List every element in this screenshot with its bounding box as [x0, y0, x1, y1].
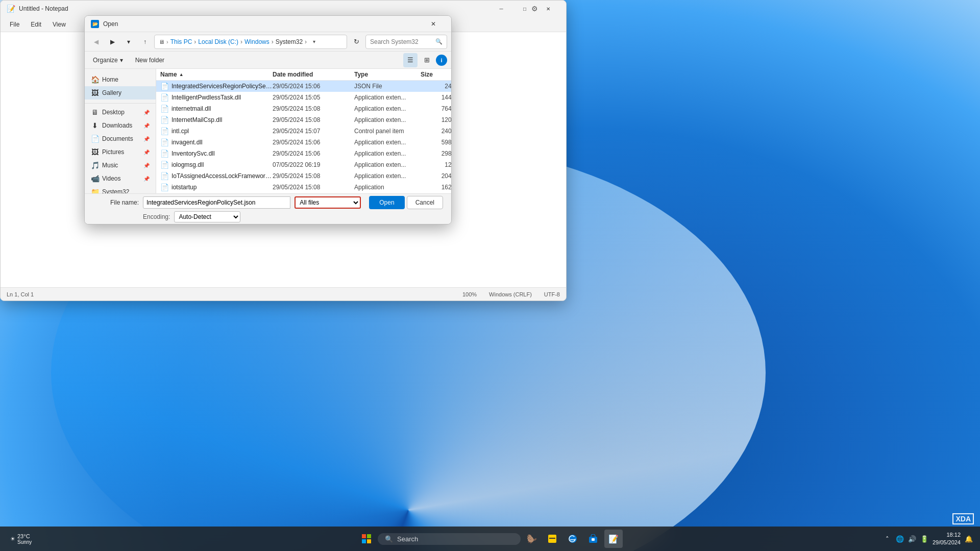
breadcrumb-local-disk[interactable]: Local Disk (C:): [198, 38, 238, 45]
breadcrumb-windows[interactable]: Windows: [244, 38, 270, 45]
dialog-close-button[interactable]: ✕: [422, 16, 445, 32]
info-button[interactable]: i: [436, 55, 447, 66]
dropdown-arrow-button[interactable]: ▾: [121, 35, 136, 49]
encoding: UTF-8: [544, 291, 560, 297]
column-size[interactable]: Size: [421, 71, 451, 78]
sidebar-item-home[interactable]: 🏠 Home: [85, 73, 156, 86]
column-date[interactable]: Date modified: [273, 71, 354, 78]
taskbar-search-label: Search: [397, 535, 418, 543]
file-date-4: 29/05/2024 15:07: [273, 128, 354, 135]
file-row-8[interactable]: 📄 IoTAssignedAccessLockFramework.dll 29/…: [156, 170, 451, 182]
file-name-9: iotstartup: [172, 184, 273, 191]
sidebar-desktop-label: Desktop: [102, 109, 125, 116]
taskbar-edge-icon[interactable]: [564, 530, 582, 548]
sidebar-item-music[interactable]: 🎵 Music 📌: [85, 159, 156, 172]
start-button[interactable]: [357, 530, 376, 548]
menu-view[interactable]: View: [47, 19, 71, 30]
tray-chevron-icon[interactable]: ˄: [883, 534, 893, 544]
sidebar-item-desktop[interactable]: 🖥 Desktop 📌: [85, 106, 156, 119]
menu-file[interactable]: File: [5, 19, 24, 30]
breadcrumb-this-pc[interactable]: This PC: [170, 38, 192, 45]
sidebar-item-gallery[interactable]: 🖼 Gallery: [85, 86, 156, 99]
column-type[interactable]: Type: [354, 71, 421, 78]
view-options: ☰ ⊞ i: [403, 53, 447, 67]
zoom-level: 100%: [462, 291, 477, 297]
list-view-button[interactable]: ☰: [403, 53, 418, 67]
encoding-select[interactable]: Auto-Detect UTF-8 UTF-16 ANSI: [174, 211, 240, 222]
breadcrumb-sep1: ›: [194, 38, 196, 45]
taskbar-search-bar[interactable]: 🔍 Search: [378, 533, 521, 545]
sidebar-item-downloads[interactable]: ⬇ Downloads 📌: [85, 119, 156, 132]
svg-rect-3: [367, 539, 371, 543]
cancel-button[interactable]: Cancel: [407, 196, 443, 209]
file-row-4[interactable]: 📄 intl.cpl 29/05/2024 15:07 Control pane…: [156, 126, 451, 137]
file-name-1: IntelligentPwdlessTask.dll: [172, 94, 273, 101]
taskbar-notepad-icon[interactable]: 📝: [604, 530, 623, 548]
pin-icon-4: 📌: [143, 149, 150, 155]
file-row-6[interactable]: 📄 InventorySvc.dll 29/05/2024 15:06 Appl…: [156, 148, 451, 159]
sidebar-item-system32[interactable]: 📁 System32: [85, 185, 156, 193]
sidebar-item-videos[interactable]: 📹 Videos 📌: [85, 172, 156, 185]
column-name[interactable]: Name ▲: [160, 71, 273, 78]
tray-network-icon[interactable]: 🌐: [895, 534, 905, 544]
search-box[interactable]: 🔍: [365, 35, 447, 49]
file-date-9: 29/05/2024 15:08: [273, 184, 354, 191]
file-type-1: Application exten...: [354, 94, 421, 101]
file-input-wrapper: [143, 196, 290, 209]
file-size-9: 162 KB: [421, 184, 451, 191]
file-name-6: InventorySvc.dll: [172, 150, 273, 157]
file-icon-8: 📄: [160, 172, 168, 180]
search-icon: 🔍: [435, 38, 443, 45]
tray-battery-icon[interactable]: 🔋: [919, 534, 929, 544]
home-icon: 🏠: [91, 76, 99, 84]
menu-edit[interactable]: Edit: [26, 19, 46, 30]
xda-logo: XDA: [952, 513, 974, 524]
clock-area[interactable]: 18:12 29/05/2024: [933, 531, 961, 547]
file-row-0[interactable]: 📄 IntegratedServicesRegionPolicySet.json…: [156, 81, 451, 92]
settings-icon[interactable]: ⚙: [528, 3, 541, 15]
file-row-9[interactable]: 📄 iotstartup 29/05/2024 15:08 Applicatio…: [156, 182, 451, 193]
file-row-1[interactable]: 📄 IntelligentPwdlessTask.dll 29/05/2024 …: [156, 92, 451, 103]
sidebar-item-pictures[interactable]: 🖼 Pictures 📌: [85, 145, 156, 159]
file-size-5: 598 KB: [421, 139, 451, 146]
file-row-3[interactable]: 📄 InternetMailCsp.dll 29/05/2024 15:08 A…: [156, 114, 451, 126]
file-name-3: InternetMailCsp.dll: [172, 116, 273, 123]
sidebar-home-label: Home: [102, 76, 118, 83]
up-button[interactable]: ↑: [138, 35, 152, 49]
taskbar-beaver-icon[interactable]: 🦫: [523, 530, 541, 548]
weather-widget[interactable]: ☀ 23°C Sunny: [6, 531, 36, 547]
open-button[interactable]: Open: [369, 196, 404, 209]
file-row-7[interactable]: 📄 iologmsg.dll 07/05/2022 06:19 Applicat…: [156, 159, 451, 170]
taskbar-store-icon[interactable]: [584, 530, 602, 548]
grid-view-button[interactable]: ⊞: [420, 53, 434, 67]
titlebar-controls: ─ □ ✕: [489, 1, 560, 17]
dialog-buttons: Open Cancel: [369, 196, 443, 209]
sidebar-documents-label: Documents: [102, 135, 133, 142]
taskbar-center: 🔍 Search 🦫 📝: [357, 530, 623, 548]
file-row-2[interactable]: 📄 internetmail.dll 29/05/2024 15:08 Appl…: [156, 103, 451, 114]
back-button[interactable]: ◀: [89, 35, 103, 49]
action-toolbar: Organize ▾ New folder ☰ ⊞ i: [85, 52, 451, 69]
sidebar-item-documents[interactable]: 📄 Documents 📌: [85, 132, 156, 145]
minimize-button[interactable]: ─: [489, 1, 513, 17]
filetype-select[interactable]: All filesText Documents (*.txt)All files…: [295, 196, 361, 209]
filename-input[interactable]: [143, 196, 290, 209]
weather-icon: ☀: [10, 536, 15, 542]
statusbar-right: 100% Windows (CRLF) UTF-8: [462, 291, 560, 297]
refresh-button[interactable]: ↻: [349, 35, 363, 49]
file-icon-1: 📄: [160, 93, 168, 102]
forward-button[interactable]: ▶: [105, 35, 119, 49]
breadcrumb-more-button[interactable]: ▾: [309, 37, 319, 47]
tray-volume-icon[interactable]: 🔊: [907, 534, 917, 544]
notification-icon[interactable]: 🔔: [964, 534, 974, 544]
search-input[interactable]: [370, 38, 433, 45]
breadcrumb-system32: System32: [276, 38, 303, 45]
new-folder-button[interactable]: New folder: [131, 55, 168, 66]
svg-rect-0: [362, 534, 366, 538]
file-icon-3: 📄: [160, 116, 168, 124]
taskbar-explorer-icon[interactable]: [543, 530, 561, 548]
downloads-icon: ⬇: [91, 121, 99, 130]
file-row-5[interactable]: 📄 invagent.dll 29/05/2024 15:06 Applicat…: [156, 137, 451, 148]
breadcrumb-sep3: ›: [272, 38, 274, 45]
organize-button[interactable]: Organize ▾: [89, 55, 127, 66]
